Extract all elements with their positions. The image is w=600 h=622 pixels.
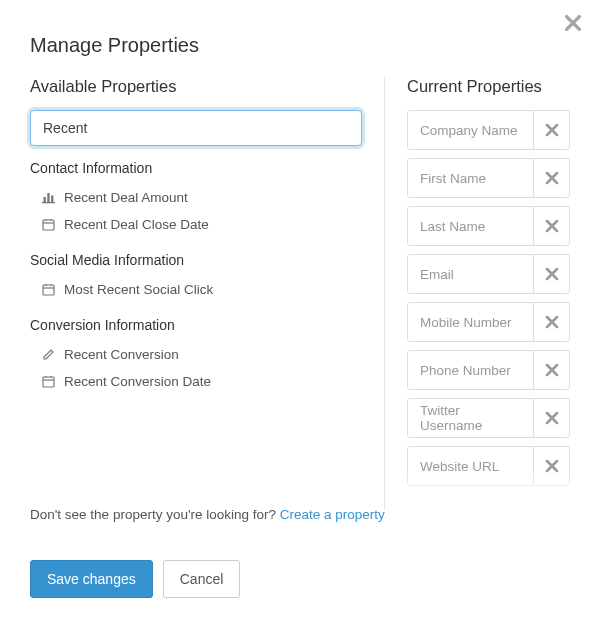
available-properties-column: Available Properties Contact Information… (30, 77, 362, 510)
available-heading: Available Properties (30, 77, 362, 96)
current-property-label: Website URL (408, 447, 533, 485)
current-property-label: Last Name (408, 207, 533, 245)
current-property-label: First Name (408, 159, 533, 197)
property-label: Recent Conversion Date (64, 374, 211, 389)
cancel-button[interactable]: Cancel (163, 560, 241, 598)
remove-property-button[interactable] (533, 255, 569, 293)
search-input[interactable] (30, 110, 362, 146)
remove-icon (545, 411, 559, 425)
close-button[interactable] (564, 14, 584, 34)
save-button[interactable]: Save changes (30, 560, 153, 598)
available-property-item[interactable]: Recent Deal Close Date (30, 211, 362, 238)
current-properties-column: Current Properties Company NameFirst Nam… (384, 77, 570, 510)
edit-icon (42, 348, 56, 361)
current-property-label: Company Name (408, 111, 533, 149)
manage-properties-panel: Manage Properties Available Properties C… (0, 0, 600, 622)
property-label: Recent Deal Close Date (64, 217, 209, 232)
close-icon (564, 14, 582, 32)
group-heading: Social Media Information (30, 252, 362, 268)
property-label: Recent Conversion (64, 347, 179, 362)
remove-icon (545, 267, 559, 281)
property-label: Most Recent Social Click (64, 282, 213, 297)
calendar-icon (42, 283, 56, 296)
current-heading: Current Properties (407, 77, 570, 96)
current-property-label: Mobile Number (408, 303, 533, 341)
remove-property-button[interactable] (533, 207, 569, 245)
available-property-item[interactable]: Recent Deal Amount (30, 184, 362, 211)
current-property-item[interactable]: Website URL (407, 446, 570, 486)
current-property-item[interactable]: Email (407, 254, 570, 294)
remove-icon (545, 171, 559, 185)
property-label: Recent Deal Amount (64, 190, 188, 205)
current-property-label: Phone Number (408, 351, 533, 389)
current-property-item[interactable]: Mobile Number (407, 302, 570, 342)
remove-property-button[interactable] (533, 399, 569, 437)
current-property-label: Twitter Username (408, 399, 533, 437)
create-property-link[interactable]: Create a property (280, 507, 385, 522)
group-heading: Contact Information (30, 160, 362, 176)
calendar-icon (42, 218, 56, 231)
current-property-item[interactable]: First Name (407, 158, 570, 198)
remove-property-button[interactable] (533, 159, 569, 197)
remove-property-button[interactable] (533, 303, 569, 341)
available-property-item[interactable]: Recent Conversion Date (30, 368, 362, 395)
remove-property-button[interactable] (533, 111, 569, 149)
remove-icon (545, 363, 559, 377)
remove-icon (545, 315, 559, 329)
calendar-icon (42, 375, 56, 388)
bar-chart-icon (42, 191, 56, 204)
current-property-item[interactable]: Company Name (407, 110, 570, 150)
current-property-item[interactable]: Last Name (407, 206, 570, 246)
page-title: Manage Properties (30, 34, 570, 57)
remove-icon (545, 459, 559, 473)
group-heading: Conversion Information (30, 317, 362, 333)
help-text: Don't see the property you're looking fo… (30, 507, 385, 522)
remove-icon (545, 123, 559, 137)
help-text-static: Don't see the property you're looking fo… (30, 507, 280, 522)
footer: Don't see the property you're looking fo… (30, 507, 385, 598)
remove-property-button[interactable] (533, 351, 569, 389)
current-property-item[interactable]: Phone Number (407, 350, 570, 390)
property-groups: Contact InformationRecent Deal AmountRec… (30, 160, 362, 395)
current-property-label: Email (408, 255, 533, 293)
remove-property-button[interactable] (533, 447, 569, 485)
available-property-item[interactable]: Most Recent Social Click (30, 276, 362, 303)
remove-icon (545, 219, 559, 233)
available-property-item[interactable]: Recent Conversion (30, 341, 362, 368)
current-properties-list: Company NameFirst NameLast NameEmailMobi… (407, 110, 570, 510)
current-property-item[interactable]: Twitter Username (407, 398, 570, 438)
